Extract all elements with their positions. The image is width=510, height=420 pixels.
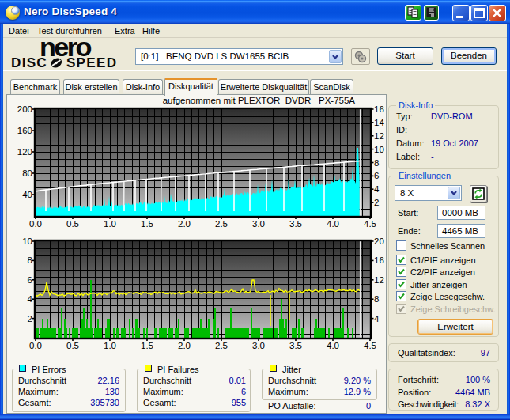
svg-text:14: 14 [374, 118, 384, 127]
svg-text:8: 8 [28, 255, 32, 265]
svg-text:2.0: 2.0 [178, 219, 191, 229]
svg-text:10: 10 [374, 145, 384, 154]
svg-text:4.0: 4.0 [327, 219, 339, 229]
svg-text:4: 4 [374, 314, 380, 324]
svg-text:3.0: 3.0 [252, 341, 265, 350]
svg-text:1.5: 1.5 [141, 219, 153, 229]
svg-text:3.5: 3.5 [289, 219, 302, 229]
svg-text:0.5: 0.5 [66, 219, 79, 229]
svg-text:80: 80 [22, 168, 32, 178]
svg-text:3.0: 3.0 [252, 219, 265, 229]
svg-text:1.5: 1.5 [141, 341, 153, 350]
svg-text:4.5: 4.5 [364, 219, 376, 229]
svg-text:200: 200 [17, 104, 32, 114]
svg-text:16: 16 [374, 255, 384, 265]
svg-text:aufgenommen mit PLEXTOR DVDR: aufgenommen mit PLEXTOR DVDR PX-755A [163, 96, 356, 105]
svg-text:12: 12 [374, 131, 384, 141]
svg-text:2: 2 [28, 314, 32, 324]
svg-text:0.5: 0.5 [66, 341, 79, 350]
svg-text:1.0: 1.0 [104, 341, 116, 350]
svg-text:10: 10 [22, 236, 32, 246]
svg-text:160: 160 [17, 126, 32, 135]
svg-text:40: 40 [22, 190, 32, 199]
svg-text:2.5: 2.5 [215, 341, 228, 350]
svg-text:20: 20 [374, 236, 384, 246]
svg-text:6: 6 [28, 275, 32, 285]
svg-text:8: 8 [374, 294, 379, 304]
svg-text:1.0: 1.0 [104, 219, 116, 229]
svg-text:0.0: 0.0 [29, 341, 42, 350]
svg-text:16: 16 [374, 104, 384, 114]
svg-text:6: 6 [374, 171, 379, 180]
svg-text:4.5: 4.5 [364, 341, 376, 350]
svg-text:2: 2 [374, 198, 379, 207]
svg-text:120: 120 [17, 147, 32, 157]
svg-text:0.0: 0.0 [29, 219, 42, 229]
svg-text:2.0: 2.0 [178, 341, 191, 350]
svg-text:2.5: 2.5 [215, 219, 228, 229]
svg-text:8: 8 [374, 158, 379, 168]
svg-text:4: 4 [374, 184, 380, 194]
svg-text:12: 12 [374, 275, 384, 285]
svg-text:3.5: 3.5 [289, 341, 302, 350]
svg-text:4.0: 4.0 [327, 341, 339, 350]
